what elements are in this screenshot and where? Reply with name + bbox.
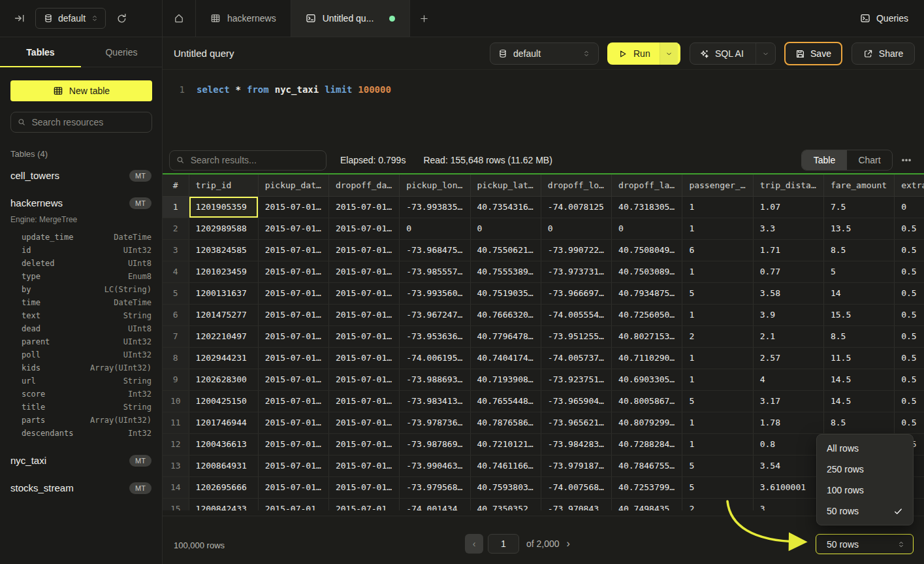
- row-number[interactable]: 7: [163, 325, 189, 347]
- table-cell[interactable]: 40.7593803…: [470, 476, 541, 498]
- table-cell[interactable]: -73.968475…: [400, 239, 470, 261]
- table-cell[interactable]: -73.988693…: [400, 369, 470, 390]
- table-cell[interactable]: -73.987869…: [400, 433, 470, 455]
- table-cell[interactable]: 40.7550621…: [470, 239, 541, 261]
- table-cell[interactable]: 2015-07-01…: [258, 498, 328, 510]
- table-cell[interactable]: -73.984283…: [541, 433, 611, 455]
- table-cell[interactable]: 40.7503089…: [612, 261, 682, 282]
- table-cell[interactable]: 2015-07-01…: [258, 282, 328, 304]
- table-cell[interactable]: 2015-07-01…: [328, 325, 399, 347]
- table-cell[interactable]: 14.5: [823, 369, 894, 390]
- queries-button[interactable]: Queries: [844, 0, 924, 37]
- table-cell[interactable]: -74.005737…: [541, 347, 611, 369]
- table-cell[interactable]: 7.5: [823, 196, 894, 218]
- row-number[interactable]: 1: [163, 196, 189, 218]
- table-cell[interactable]: 0: [612, 218, 682, 239]
- table-cell[interactable]: -74.006195…: [400, 347, 470, 369]
- table-cell[interactable]: 14.5: [823, 390, 894, 412]
- table-cell[interactable]: 2015-07-01…: [328, 261, 399, 282]
- table-cell[interactable]: 40.7461166…: [470, 455, 541, 476]
- table-cell[interactable]: 40.7318305…: [612, 196, 682, 218]
- search-resources-input[interactable]: [31, 117, 145, 127]
- table-cell[interactable]: 0.5: [895, 239, 924, 261]
- table-cell[interactable]: 2015-07-01…: [258, 261, 328, 282]
- table-cell[interactable]: 2015-07-01…: [328, 218, 399, 239]
- row-number[interactable]: 14: [163, 476, 189, 498]
- table-cell[interactable]: 1201475277: [189, 304, 258, 325]
- table-cell[interactable]: 40.6903305…: [612, 369, 682, 390]
- table-cell[interactable]: 1201905359: [189, 196, 258, 218]
- table-cell[interactable]: -73.990463…: [400, 455, 470, 476]
- sidebar-tab-tables[interactable]: Tables: [0, 37, 81, 67]
- table-cell[interactable]: 40.8027153…: [612, 325, 682, 347]
- table-cell[interactable]: 40.7210121…: [470, 433, 541, 455]
- table-cell[interactable]: 2015-07-01…: [328, 369, 399, 390]
- row-number[interactable]: 13: [163, 455, 189, 476]
- table-cell[interactable]: 1: [682, 412, 753, 433]
- row-number[interactable]: 4: [163, 261, 189, 282]
- table-cell[interactable]: 1: [682, 218, 753, 239]
- sql-ai-button[interactable]: SQL AI: [690, 42, 776, 65]
- run-options-caret[interactable]: [660, 42, 678, 65]
- table-cell[interactable]: 1202989588: [189, 218, 258, 239]
- table-cell[interactable]: 40.7354316…: [470, 196, 541, 218]
- row-number[interactable]: 10: [163, 390, 189, 412]
- new-tab-button[interactable]: [410, 0, 438, 37]
- table-cell[interactable]: -74.001434…: [400, 498, 470, 510]
- table-cell[interactable]: 40.7519035…: [470, 282, 541, 304]
- sidebar-item-cell-towers[interactable]: cell_towers MT: [0, 165, 162, 186]
- table-cell[interactable]: 0.77: [753, 261, 823, 282]
- column-header[interactable]: passenger_…: [682, 174, 753, 196]
- table-cell[interactable]: 2015-07-01…: [258, 390, 328, 412]
- row-number[interactable]: 9: [163, 369, 189, 390]
- table-cell[interactable]: 2015-07-01…: [258, 455, 328, 476]
- table-cell[interactable]: -73.993835…: [400, 196, 470, 218]
- sidebar-item-nyc-taxi[interactable]: nyc_taxi MT: [0, 450, 162, 471]
- view-toggle-table[interactable]: Table: [802, 150, 847, 170]
- new-table-button[interactable]: New table: [10, 80, 152, 101]
- table-cell[interactable]: 2.1: [753, 325, 823, 347]
- table-cell[interactable]: 1: [682, 369, 753, 390]
- table-cell[interactable]: 5: [682, 455, 753, 476]
- table-cell[interactable]: 40.7253799…: [612, 476, 682, 498]
- table-cell[interactable]: 40.7508049…: [612, 239, 682, 261]
- table-cell[interactable]: -73.979568…: [400, 476, 470, 498]
- column-header[interactable]: trip_id: [189, 174, 258, 196]
- table-cell[interactable]: -73.965904…: [541, 390, 611, 412]
- column-header[interactable]: extra: [895, 174, 924, 196]
- search-results-input[interactable]: [191, 155, 319, 165]
- table-cell[interactable]: 2015-07-01…: [328, 476, 399, 498]
- column-header[interactable]: dropoff_la…: [612, 174, 682, 196]
- table-cell[interactable]: 11.5: [823, 347, 894, 369]
- table-cell[interactable]: -73.951255…: [541, 325, 611, 347]
- table-cell[interactable]: 40.7288284…: [612, 433, 682, 455]
- table-cell[interactable]: 2: [682, 325, 753, 347]
- table-cell[interactable]: 0.5: [895, 325, 924, 347]
- table-cell[interactable]: 2015-07-01…: [328, 455, 399, 476]
- table-cell[interactable]: 4: [753, 369, 823, 390]
- table-cell[interactable]: 2.57: [753, 347, 823, 369]
- row-number[interactable]: 15: [163, 498, 189, 510]
- table-cell[interactable]: 0: [470, 218, 541, 239]
- table-cell[interactable]: 2015-07-01…: [328, 196, 399, 218]
- table-cell[interactable]: 1200436613: [189, 433, 258, 455]
- table-cell[interactable]: -73.970843…: [541, 498, 611, 510]
- table-cell[interactable]: 40.7256050…: [612, 304, 682, 325]
- table-cell[interactable]: -73.966697…: [541, 282, 611, 304]
- table-cell[interactable]: 2015-07-01…: [328, 347, 399, 369]
- row-number[interactable]: 2: [163, 218, 189, 239]
- table-cell[interactable]: 0.5: [895, 282, 924, 304]
- table-cell[interactable]: 40.7498435…: [612, 498, 682, 510]
- table-cell[interactable]: -74.0078125: [541, 196, 611, 218]
- table-cell[interactable]: 2015-07-01…: [328, 239, 399, 261]
- table-cell[interactable]: 2: [682, 498, 753, 510]
- table-cell[interactable]: 3: [753, 498, 823, 510]
- table-cell[interactable]: 0.5: [895, 412, 924, 433]
- table-cell[interactable]: 5: [823, 261, 894, 282]
- table-cell[interactable]: 2015-07-01…: [328, 304, 399, 325]
- table-cell[interactable]: 2015-07-01…: [258, 433, 328, 455]
- table-cell[interactable]: 40.7350352…: [470, 498, 541, 510]
- row-number[interactable]: 11: [163, 412, 189, 433]
- table-cell[interactable]: 1202628300: [189, 369, 258, 390]
- table-cell[interactable]: 1200131637: [189, 282, 258, 304]
